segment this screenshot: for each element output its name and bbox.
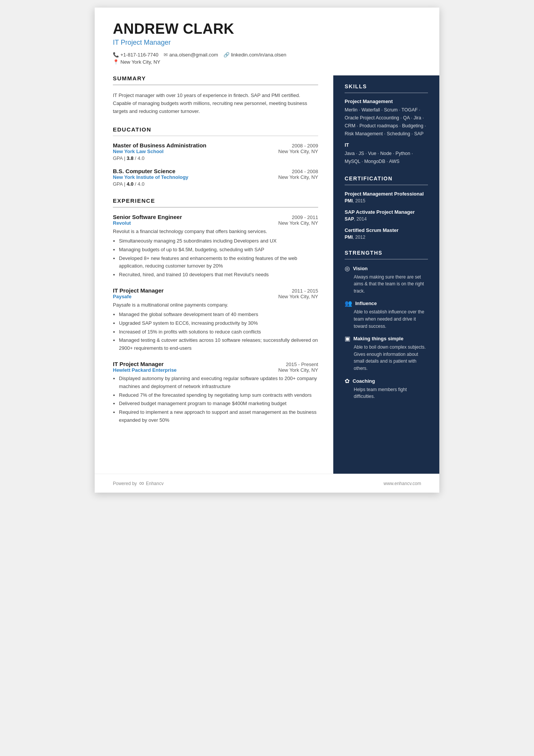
linkedin-icon: 🔗 [223, 52, 230, 58]
experience-title: EXPERIENCE [113, 197, 318, 204]
strength-desc-4: Helps team members fight difficulties. [345, 386, 428, 400]
edu-row-1: Master of Business Administration 2008 -… [113, 142, 318, 149]
exp-bullets-1: Simultaneously managing 25 subordinates … [113, 237, 318, 279]
strength-desc-2: Able to establish influence over the tea… [345, 308, 428, 330]
exp-bullet-2-4: Managed testing & cutover activities acr… [119, 337, 318, 352]
edu-school-1: New York Law School [113, 149, 164, 154]
certification-section: CERTIFICATION Project Management Profess… [345, 175, 428, 240]
strength-name-3: Making things simple [353, 336, 403, 341]
skill-cat-2-skills: Java · JS · Vue · Node · Python · MySQL … [345, 150, 428, 166]
education-divider [113, 136, 318, 136]
experience-section: EXPERIENCE Senior Software Engineer 2009… [113, 197, 318, 424]
cert-name-2: SAP Activate Project Manager [345, 209, 428, 216]
exp-desc-1: Revolut is a financial technology compan… [113, 228, 318, 235]
exp-row-2: IT Project Manager 2011 - 2015 [113, 287, 318, 294]
skill-cat-1-title: Project Management [345, 99, 428, 104]
cert-item-3: Certified Scrum Master PMI, 2012 [345, 227, 428, 240]
cert-divider [345, 185, 428, 185]
cert-item-1: Project Management Professional PMI, 201… [345, 191, 428, 203]
brand-name: Enhancv [146, 481, 164, 486]
location-value: New York City, NY [120, 59, 160, 65]
location-row: 📍 New York City, NY [113, 59, 421, 65]
exp-bullet-1-4: Recruited, hired, and trained 10 develop… [119, 271, 318, 279]
strength-item-3: ▣ Making things simple Able to boil down… [345, 335, 428, 372]
skill-cat-1-skills: Merlin · Waterfall · Scrum · TOGAF · Ora… [345, 106, 428, 138]
edu-degree-1: Master of Business Administration [113, 142, 206, 149]
edu-item-1: Master of Business Administration 2008 -… [113, 142, 318, 161]
email-contact: ✉ ana.olsen@gmail.com [164, 52, 218, 58]
exp-company-2: Paysafe [113, 294, 131, 299]
exp-title-3: IT Project Manager [113, 361, 164, 367]
strengths-divider [345, 259, 428, 260]
exp-bullet-1-3: Developed 8+ new features and enhancemen… [119, 255, 318, 271]
candidate-title: IT Project Manager [113, 39, 421, 47]
exp-location-3: New York City, NY [278, 367, 318, 373]
exp-desc-2: Paysafe is a multinational online paymen… [113, 301, 318, 309]
vision-icon: ◎ [345, 265, 350, 272]
email-value: ana.olsen@gmail.com [169, 52, 218, 58]
education-title: EDUCATION [113, 126, 318, 133]
enhancv-logo: ∞ [139, 479, 144, 487]
simple-icon: ▣ [345, 335, 350, 342]
exp-bullet-3-1: Displayed autonomy by planning and execu… [119, 375, 318, 391]
edu-year-1: 2008 - 2009 [292, 143, 318, 149]
exp-sub-row-3: Hewlett Packard Enterprise New York City… [113, 367, 318, 373]
exp-sub-row-2: Paysafe New York City, NY [113, 294, 318, 299]
phone-value: +1-817-116-7740 [120, 52, 158, 58]
edu-gpa-1: GPA | 3.8 / 4.0 [113, 155, 318, 161]
exp-location-1: New York City, NY [278, 220, 318, 226]
exp-bullet-3-2: Reduced 7% of the forecasted spending by… [119, 391, 318, 399]
exp-bullet-3-4: Required to implement a new approach to … [119, 409, 318, 424]
exp-bullet-1-2: Managing budgets of up to $4.5M, budgeti… [119, 246, 318, 254]
exp-bullet-2-1: Managed the global software development … [119, 311, 318, 319]
exp-title-1: Senior Software Engineer [113, 214, 182, 220]
linkedin-contact: 🔗 linkedin.com/in/ana.olsen [223, 52, 286, 58]
edu-location-2: New York City, NY [278, 174, 318, 180]
cert-name-1: Project Management Professional [345, 191, 428, 197]
exp-bullet-3-3: Delivered budget management program to m… [119, 400, 318, 408]
strength-desc-1: Always making sure there are set aims & … [345, 274, 428, 295]
footer: Powered by ∞ Enhancv www.enhancv.com [95, 474, 439, 493]
name-title: ANDREW CLARK IT Project Manager [113, 21, 421, 47]
edu-sub-row-2: New York Instiute of Technology New York… [113, 174, 318, 180]
header-section: ANDREW CLARK IT Project Manager 📞 +1-817… [95, 8, 439, 75]
strength-item-2: 👥 Influence Able to establish influence … [345, 300, 428, 330]
exp-bullet-2-2: Upgraded SAP system to ECC6, increasing … [119, 319, 318, 327]
skills-divider [345, 92, 428, 93]
edu-sub-row-1: New York Law School New York City, NY [113, 149, 318, 154]
exp-bullets-2: Managed the global software development … [113, 311, 318, 352]
edu-school-2: New York Instiute of Technology [113, 174, 188, 180]
powered-by-label: Powered by [113, 481, 137, 486]
contact-info: 📞 +1-817-116-7740 ✉ ana.olsen@gmail.com … [113, 52, 421, 58]
exp-title-2: IT Project Manager [113, 287, 164, 294]
exp-company-3: Hewlett Packard Enterprise [113, 367, 176, 373]
strength-item-4: ✿ Coaching Helps team members fight diff… [345, 377, 428, 400]
edu-gpa-2: GPA | 4.0 / 4.0 [113, 181, 318, 187]
exp-item-2: IT Project Manager 2011 - 2015 Paysafe N… [113, 287, 318, 352]
left-column: SUMMARY IT Project manager with over 10 … [95, 8, 333, 493]
edu-location-1: New York City, NY [278, 149, 318, 154]
right-column: SKILLS Project Management Merlin · Water… [333, 8, 439, 493]
strength-item-1: ◎ Vision Always making sure there are se… [345, 265, 428, 295]
exp-item-3: IT Project Manager 2015 - Present Hewlet… [113, 361, 318, 424]
skill-cat-2-title: IT [345, 142, 428, 148]
summary-section: SUMMARY IT Project manager with over 10 … [113, 75, 318, 116]
strength-name-2: Influence [355, 301, 377, 306]
exp-bullet-2-3: Increased of 15% in profits with solutio… [119, 328, 318, 336]
edu-gpa-max-2: 4.0 [137, 181, 144, 187]
strength-header-3: ▣ Making things simple [345, 335, 428, 342]
strength-header-2: 👥 Influence [345, 300, 428, 307]
strength-header-4: ✿ Coaching [345, 377, 428, 385]
strength-desc-3: Able to boil down complex subjects. Give… [345, 344, 428, 372]
strength-name-1: Vision [353, 266, 368, 271]
skills-section: SKILLS Project Management Merlin · Water… [345, 83, 428, 166]
left-content: SUMMARY IT Project manager with over 10 … [113, 75, 318, 424]
edu-degree-2: B.S. Computer Science [113, 168, 175, 174]
edu-year-2: 2004 - 2008 [292, 169, 318, 174]
edu-row-2: B.S. Computer Science 2004 - 2008 [113, 168, 318, 174]
phone-icon: 📞 [113, 52, 119, 58]
influence-icon: 👥 [345, 300, 352, 307]
edu-gpa-max-1: 4.0 [137, 155, 144, 161]
candidate-name: ANDREW CLARK [113, 21, 421, 37]
strength-name-4: Coaching [353, 378, 375, 384]
